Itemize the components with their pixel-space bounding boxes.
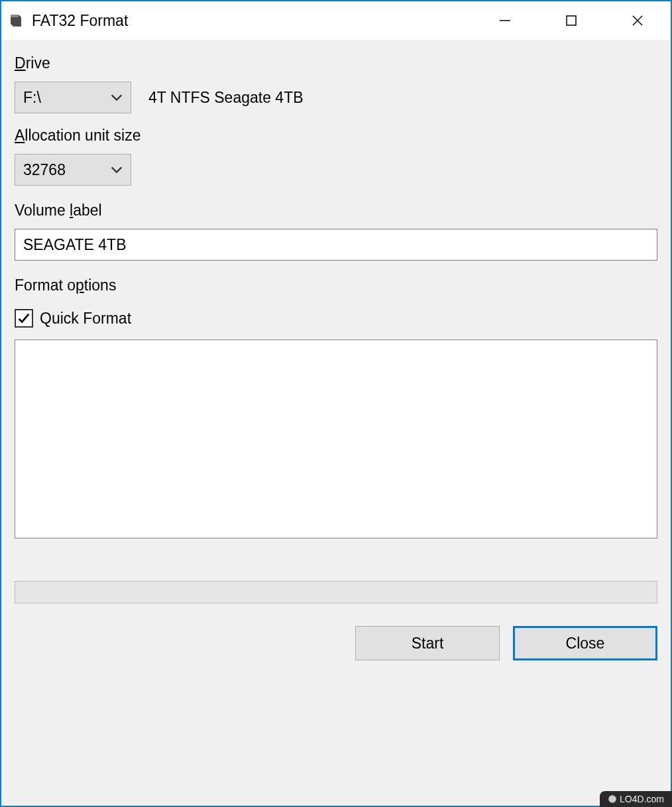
watermark-badge: LO4D.com xyxy=(600,791,672,807)
format-options-label: Format options xyxy=(15,277,657,294)
app-window: FAT32 Format Drive F:\ 4T NTFS Seagate 4… xyxy=(0,0,672,807)
quick-format-label: Quick Format xyxy=(40,310,131,328)
drive-select[interactable]: F:\ xyxy=(15,82,131,113)
output-textarea[interactable] xyxy=(15,340,657,538)
window-controls xyxy=(472,1,671,40)
check-icon xyxy=(17,311,31,326)
drive-label: Drive xyxy=(15,54,657,72)
close-window-button[interactable] xyxy=(604,1,671,40)
maximize-button[interactable] xyxy=(538,1,604,40)
allocation-label: Allocation unit size xyxy=(15,127,657,145)
checkbox-box xyxy=(15,309,33,328)
svg-rect-3 xyxy=(567,16,576,25)
window-title: FAT32 Format xyxy=(32,12,472,30)
chevron-down-icon xyxy=(109,162,124,177)
drive-description: 4T NTFS Seagate 4TB xyxy=(148,89,304,107)
svg-point-6 xyxy=(608,795,616,803)
progress-bar xyxy=(15,581,657,603)
watermark-icon xyxy=(608,794,617,804)
drive-row: F:\ 4T NTFS Seagate 4TB xyxy=(15,82,657,113)
volume-label: Volume label xyxy=(15,202,657,219)
drive-selected-value: F:\ xyxy=(23,89,41,107)
chevron-down-icon xyxy=(109,90,124,105)
minimize-button[interactable] xyxy=(472,1,538,40)
allocation-select[interactable]: 32768 xyxy=(15,154,131,186)
titlebar: FAT32 Format xyxy=(1,1,671,40)
allocation-selected-value: 32768 xyxy=(23,161,66,179)
volume-label-input[interactable] xyxy=(15,229,657,261)
close-button[interactable]: Close xyxy=(513,626,657,660)
button-row: Start Close xyxy=(15,626,657,660)
content-area: Drive F:\ 4T NTFS Seagate 4TB Allocation… xyxy=(1,40,671,806)
quick-format-checkbox[interactable]: Quick Format xyxy=(15,309,657,328)
svg-marker-1 xyxy=(11,15,19,17)
app-icon xyxy=(8,13,24,29)
start-button[interactable]: Start xyxy=(355,626,500,660)
